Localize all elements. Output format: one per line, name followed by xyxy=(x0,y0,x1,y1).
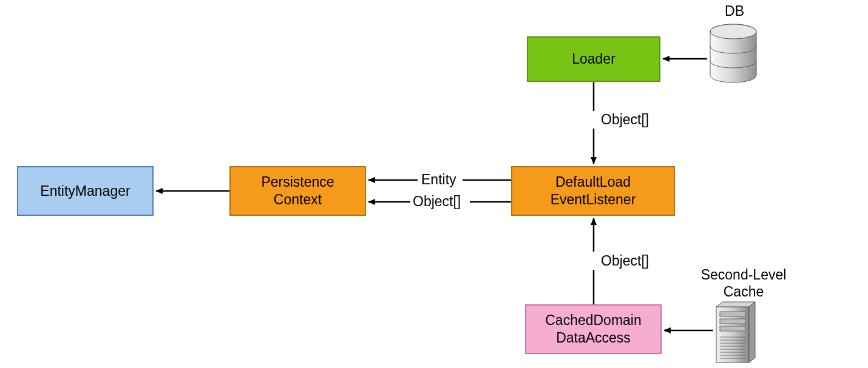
persistence-context-label: Persistence Context xyxy=(261,173,334,209)
db-label: DB xyxy=(716,3,753,20)
cached-domain-data-access-box: CachedDomain DataAccess xyxy=(525,304,662,354)
svg-marker-2 xyxy=(716,302,755,307)
svg-rect-6 xyxy=(720,326,745,331)
entity-manager-label: EntityManager xyxy=(40,182,130,200)
svg-rect-4 xyxy=(720,312,745,316)
svg-rect-5 xyxy=(720,319,745,324)
second-level-cache-label: Second-Level Cache xyxy=(692,267,795,300)
loader-box: Loader xyxy=(527,36,660,82)
server-icon xyxy=(716,302,755,363)
default-load-event-listener-box: DefaultLoad EventListener xyxy=(511,166,675,216)
svg-point-0 xyxy=(710,24,756,39)
cache-to-listener-label: Object[] xyxy=(601,253,649,270)
object-edge-label: Object[] xyxy=(413,193,461,210)
cached-domain-data-access-label: CachedDomain DataAccess xyxy=(545,312,642,347)
loader-label: Loader xyxy=(572,50,615,68)
persistence-context-box: Persistence Context xyxy=(229,166,366,216)
entity-manager-box: EntityManager xyxy=(17,166,154,216)
svg-marker-3 xyxy=(749,302,755,363)
entity-edge-label: Entity xyxy=(421,172,456,189)
default-load-event-listener-label: DefaultLoad EventListener xyxy=(551,173,636,209)
database-icon xyxy=(710,24,756,82)
svg-rect-1 xyxy=(716,307,749,363)
loader-to-listener-label: Object[] xyxy=(601,112,649,129)
